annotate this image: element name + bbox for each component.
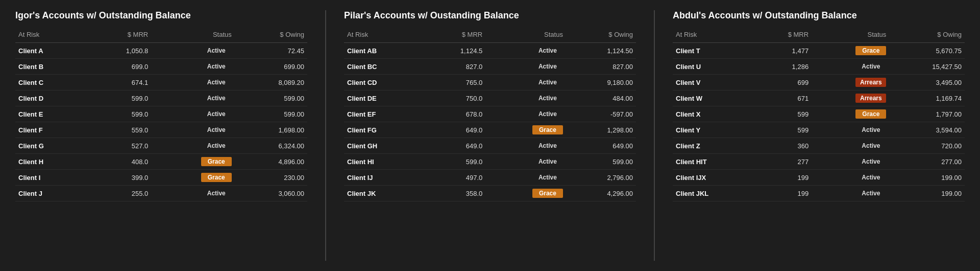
panel-title-0: Igor's Accounts w/ Outstanding Balance xyxy=(15,10,307,21)
cell-owing-1-3: 484.00 xyxy=(566,91,636,106)
cell-status-2-1: Active xyxy=(812,59,889,75)
cell-name-2-0: Client T xyxy=(673,43,755,59)
cell-mrr-1-5: 649.0 xyxy=(424,122,485,138)
cell-mrr-0-9: 255.0 xyxy=(87,186,151,201)
table-row: Client V699Arrears3,495.00 xyxy=(673,75,965,91)
cell-mrr-2-6: 360 xyxy=(755,138,812,154)
cell-status-1-1: Active xyxy=(485,59,566,75)
cell-name-0-6: Client G xyxy=(15,138,87,154)
cell-status-1-3: Active xyxy=(485,91,566,106)
cell-name-2-7: Client HIT xyxy=(673,154,755,170)
col-header-0-3: $ Owing xyxy=(235,28,307,43)
table-row: Client C674.1Active8,089.20 xyxy=(15,75,307,91)
cell-name-2-8: Client IJX xyxy=(673,170,755,186)
table-row: Client JK358.0Grace4,296.00 xyxy=(344,186,636,201)
cell-mrr-2-4: 599 xyxy=(755,106,812,122)
cell-owing-2-1: 15,427.50 xyxy=(889,59,965,75)
cell-name-2-9: Client JKL xyxy=(673,186,755,201)
cell-mrr-2-7: 277 xyxy=(755,154,812,170)
cell-owing-1-5: 1,298.00 xyxy=(566,122,636,138)
cell-owing-2-0: 5,670.75 xyxy=(889,43,965,59)
cell-owing-0-4: 599.00 xyxy=(235,106,307,122)
status-badge-0-2: Active xyxy=(201,78,232,87)
table-row: Client IJX199Active199.00 xyxy=(673,170,965,186)
col-header-2-2: Status xyxy=(812,28,889,43)
status-badge-0-1: Active xyxy=(201,62,232,71)
cell-owing-1-7: 599.00 xyxy=(566,154,636,170)
col-header-1-2: Status xyxy=(485,28,566,43)
cell-name-2-2: Client V xyxy=(673,75,755,91)
cell-owing-0-3: 599.00 xyxy=(235,91,307,106)
status-badge-0-6: Active xyxy=(201,141,232,150)
cell-status-0-1: Active xyxy=(151,59,235,75)
col-header-1-0: At Risk xyxy=(344,28,424,43)
cell-mrr-1-8: 497.0 xyxy=(424,170,485,186)
cell-status-0-2: Active xyxy=(151,75,235,91)
status-badge-1-0: Active xyxy=(532,46,563,55)
cell-mrr-1-1: 827.0 xyxy=(424,59,485,75)
cell-name-1-8: Client IJ xyxy=(344,170,424,186)
cell-owing-0-7: 4,896.00 xyxy=(235,154,307,170)
cell-name-0-9: Client J xyxy=(15,186,87,201)
table-row: Client GH649.0Active649.00 xyxy=(344,138,636,154)
status-badge-1-5: Grace xyxy=(532,125,563,134)
cell-owing-2-2: 3,495.00 xyxy=(889,75,965,91)
status-badge-1-7: Active xyxy=(532,157,563,166)
table-row: Client IJ497.0Active2,796.00 xyxy=(344,170,636,186)
table-row: Client FG649.0Grace1,298.00 xyxy=(344,122,636,138)
cell-mrr-0-7: 408.0 xyxy=(87,154,151,170)
cell-name-1-7: Client HI xyxy=(344,154,424,170)
col-header-1-1: $ MRR xyxy=(424,28,485,43)
cell-name-2-3: Client W xyxy=(673,91,755,106)
cell-mrr-0-8: 399.0 xyxy=(87,170,151,186)
cell-status-0-6: Active xyxy=(151,138,235,154)
cell-name-2-4: Client X xyxy=(673,106,755,122)
cell-mrr-0-1: 699.0 xyxy=(87,59,151,75)
cell-status-2-3: Arrears xyxy=(812,91,889,106)
cell-status-0-0: Active xyxy=(151,43,235,59)
cell-name-0-8: Client I xyxy=(15,170,87,186)
cell-status-0-7: Grace xyxy=(151,154,235,170)
cell-owing-0-8: 230.00 xyxy=(235,170,307,186)
status-badge-2-2: Arrears xyxy=(855,78,886,87)
panel-1: Pilar's Accounts w/ Oustanding BalanceAt… xyxy=(344,10,636,261)
cell-owing-2-8: 199.00 xyxy=(889,170,965,186)
cell-name-1-0: Client AB xyxy=(344,43,424,59)
cell-mrr-1-2: 765.0 xyxy=(424,75,485,91)
status-badge-0-0: Active xyxy=(201,46,232,55)
cell-status-2-8: Active xyxy=(812,170,889,186)
cell-status-2-5: Active xyxy=(812,122,889,138)
table-wrapper-1: At Risk$ MRRStatus$ OwingClient AB1,124.… xyxy=(344,28,636,261)
cell-name-0-0: Client A xyxy=(15,43,87,59)
status-badge-1-8: Active xyxy=(532,173,563,182)
cell-name-0-7: Client H xyxy=(15,154,87,170)
table-row: Client Z360Active720.00 xyxy=(673,138,965,154)
cell-owing-0-6: 6,324.00 xyxy=(235,138,307,154)
status-badge-0-9: Active xyxy=(201,189,232,198)
cell-status-0-5: Active xyxy=(151,122,235,138)
status-badge-1-2: Active xyxy=(532,78,563,87)
cell-status-2-9: Active xyxy=(812,186,889,201)
cell-owing-2-9: 199.00 xyxy=(889,186,965,201)
cell-status-1-4: Active xyxy=(485,106,566,122)
table-row: Client G527.0Active6,324.00 xyxy=(15,138,307,154)
cell-status-2-2: Arrears xyxy=(812,75,889,91)
col-header-0-2: Status xyxy=(151,28,235,43)
cell-owing-2-7: 277.00 xyxy=(889,154,965,170)
cell-name-0-1: Client B xyxy=(15,59,87,75)
cell-owing-2-5: 3,594.00 xyxy=(889,122,965,138)
cell-name-0-2: Client C xyxy=(15,75,87,91)
cell-mrr-2-5: 599 xyxy=(755,122,812,138)
table-0: At Risk$ MRRStatus$ OwingClient A1,050.8… xyxy=(15,28,307,201)
cell-status-1-0: Active xyxy=(485,43,566,59)
status-badge-0-7: Grace xyxy=(201,157,232,166)
cell-name-0-4: Client E xyxy=(15,106,87,122)
cell-status-0-3: Active xyxy=(151,91,235,106)
cell-owing-1-0: 1,124.50 xyxy=(566,43,636,59)
table-row: Client Y599Active3,594.00 xyxy=(673,122,965,138)
col-header-2-1: $ MRR xyxy=(755,28,812,43)
cell-status-1-2: Active xyxy=(485,75,566,91)
cell-owing-2-3: 1,169.74 xyxy=(889,91,965,106)
cell-mrr-1-0: 1,124.5 xyxy=(424,43,485,59)
cell-owing-0-0: 72.45 xyxy=(235,43,307,59)
